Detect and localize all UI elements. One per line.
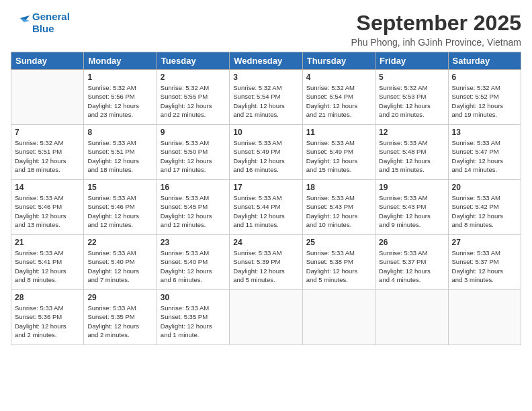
calendar-cell: 20Sunrise: 5:33 AM Sunset: 5:42 PM Dayli… bbox=[448, 180, 521, 235]
day-info: Sunrise: 5:33 AM Sunset: 5:37 PM Dayligh… bbox=[452, 248, 517, 284]
calendar-cell: 11Sunrise: 5:33 AM Sunset: 5:49 PM Dayli… bbox=[302, 125, 375, 180]
logo: General Blue bbox=[11, 11, 70, 35]
day-number: 30 bbox=[161, 293, 226, 302]
day-number: 22 bbox=[87, 238, 152, 247]
calendar-cell: 28Sunrise: 5:33 AM Sunset: 5:36 PM Dayli… bbox=[11, 290, 84, 345]
header-day-thursday: Thursday bbox=[302, 52, 375, 70]
day-info: Sunrise: 5:33 AM Sunset: 5:51 PM Dayligh… bbox=[87, 138, 152, 174]
calendar-cell: 26Sunrise: 5:33 AM Sunset: 5:37 PM Dayli… bbox=[375, 235, 448, 290]
header-day-monday: Monday bbox=[84, 52, 157, 70]
calendar-cell: 5Sunrise: 5:32 AM Sunset: 5:53 PM Daylig… bbox=[375, 70, 448, 125]
calendar-cell: 13Sunrise: 5:33 AM Sunset: 5:47 PM Dayli… bbox=[448, 125, 521, 180]
day-info: Sunrise: 5:33 AM Sunset: 5:49 PM Dayligh… bbox=[306, 138, 371, 174]
calendar-cell: 12Sunrise: 5:33 AM Sunset: 5:48 PM Dayli… bbox=[375, 125, 448, 180]
day-info: Sunrise: 5:33 AM Sunset: 5:40 PM Dayligh… bbox=[87, 248, 152, 284]
calendar-cell: 21Sunrise: 5:33 AM Sunset: 5:41 PM Dayli… bbox=[11, 235, 84, 290]
day-number: 21 bbox=[15, 238, 80, 247]
day-info: Sunrise: 5:33 AM Sunset: 5:45 PM Dayligh… bbox=[161, 193, 226, 229]
page-header: General Blue September 2025 Phu Phong, i… bbox=[11, 11, 521, 48]
day-number: 10 bbox=[233, 128, 298, 137]
day-number: 3 bbox=[233, 73, 298, 82]
day-number: 15 bbox=[87, 183, 152, 192]
calendar-cell: 30Sunrise: 5:33 AM Sunset: 5:35 PM Dayli… bbox=[157, 290, 229, 345]
logo-text: General Blue bbox=[32, 11, 70, 35]
header-day-saturday: Saturday bbox=[448, 52, 521, 70]
calendar-cell bbox=[448, 290, 521, 345]
day-number: 7 bbox=[15, 128, 80, 137]
week-row-2: 7Sunrise: 5:32 AM Sunset: 5:51 PM Daylig… bbox=[11, 125, 521, 180]
day-info: Sunrise: 5:33 AM Sunset: 5:35 PM Dayligh… bbox=[87, 304, 152, 339]
day-info: Sunrise: 5:33 AM Sunset: 5:40 PM Dayligh… bbox=[161, 248, 226, 284]
day-info: Sunrise: 5:33 AM Sunset: 5:43 PM Dayligh… bbox=[306, 193, 371, 229]
day-number: 2 bbox=[161, 73, 226, 82]
day-number: 12 bbox=[379, 128, 444, 137]
calendar-cell: 14Sunrise: 5:33 AM Sunset: 5:46 PM Dayli… bbox=[11, 180, 84, 235]
day-info: Sunrise: 5:33 AM Sunset: 5:46 PM Dayligh… bbox=[87, 193, 152, 229]
day-info: Sunrise: 5:33 AM Sunset: 5:47 PM Dayligh… bbox=[452, 138, 517, 174]
day-info: Sunrise: 5:33 AM Sunset: 5:50 PM Dayligh… bbox=[161, 138, 226, 174]
month-title: September 2025 bbox=[351, 11, 521, 36]
week-row-3: 14Sunrise: 5:33 AM Sunset: 5:46 PM Dayli… bbox=[11, 180, 521, 235]
day-info: Sunrise: 5:33 AM Sunset: 5:38 PM Dayligh… bbox=[306, 248, 371, 284]
day-number: 19 bbox=[379, 183, 444, 192]
day-info: Sunrise: 5:33 AM Sunset: 5:48 PM Dayligh… bbox=[379, 138, 444, 174]
week-row-1: 1Sunrise: 5:32 AM Sunset: 5:56 PM Daylig… bbox=[11, 70, 521, 125]
day-number: 29 bbox=[87, 293, 152, 302]
day-info: Sunrise: 5:33 AM Sunset: 5:35 PM Dayligh… bbox=[161, 304, 226, 339]
calendar-cell: 27Sunrise: 5:33 AM Sunset: 5:37 PM Dayli… bbox=[448, 235, 521, 290]
day-number: 9 bbox=[161, 128, 226, 137]
week-row-4: 21Sunrise: 5:33 AM Sunset: 5:41 PM Dayli… bbox=[11, 235, 521, 290]
calendar-cell: 8Sunrise: 5:33 AM Sunset: 5:51 PM Daylig… bbox=[84, 125, 157, 180]
day-number: 8 bbox=[87, 128, 152, 137]
header-day-sunday: Sunday bbox=[11, 52, 84, 70]
day-info: Sunrise: 5:33 AM Sunset: 5:37 PM Dayligh… bbox=[379, 248, 444, 284]
day-number: 14 bbox=[15, 183, 80, 192]
calendar-cell: 15Sunrise: 5:33 AM Sunset: 5:46 PM Dayli… bbox=[84, 180, 157, 235]
day-info: Sunrise: 5:32 AM Sunset: 5:55 PM Dayligh… bbox=[161, 83, 226, 119]
day-info: Sunrise: 5:32 AM Sunset: 5:56 PM Dayligh… bbox=[87, 83, 152, 119]
header-day-wednesday: Wednesday bbox=[230, 52, 302, 70]
week-row-5: 28Sunrise: 5:33 AM Sunset: 5:36 PM Dayli… bbox=[11, 290, 521, 345]
day-info: Sunrise: 5:33 AM Sunset: 5:41 PM Dayligh… bbox=[15, 248, 80, 284]
day-info: Sunrise: 5:33 AM Sunset: 5:43 PM Dayligh… bbox=[379, 193, 444, 229]
title-block: September 2025 Phu Phong, inh GJinh Prov… bbox=[351, 11, 521, 48]
calendar-cell: 22Sunrise: 5:33 AM Sunset: 5:40 PM Dayli… bbox=[84, 235, 157, 290]
day-info: Sunrise: 5:33 AM Sunset: 5:46 PM Dayligh… bbox=[15, 193, 80, 229]
day-number: 16 bbox=[161, 183, 226, 192]
day-info: Sunrise: 5:33 AM Sunset: 5:36 PM Dayligh… bbox=[15, 304, 80, 339]
day-number: 26 bbox=[379, 238, 444, 247]
day-info: Sunrise: 5:32 AM Sunset: 5:53 PM Dayligh… bbox=[379, 83, 444, 119]
header-day-tuesday: Tuesday bbox=[157, 52, 229, 70]
calendar-cell: 6Sunrise: 5:32 AM Sunset: 5:52 PM Daylig… bbox=[448, 70, 521, 125]
calendar-cell: 9Sunrise: 5:33 AM Sunset: 5:50 PM Daylig… bbox=[157, 125, 229, 180]
day-number: 20 bbox=[452, 183, 517, 192]
calendar-cell: 29Sunrise: 5:33 AM Sunset: 5:35 PM Dayli… bbox=[84, 290, 157, 345]
calendar-cell: 1Sunrise: 5:32 AM Sunset: 5:56 PM Daylig… bbox=[84, 70, 157, 125]
day-number: 1 bbox=[87, 73, 152, 82]
day-info: Sunrise: 5:32 AM Sunset: 5:52 PM Dayligh… bbox=[452, 83, 517, 119]
day-number: 27 bbox=[452, 238, 517, 247]
day-info: Sunrise: 5:32 AM Sunset: 5:51 PM Dayligh… bbox=[15, 138, 80, 174]
day-number: 11 bbox=[306, 128, 371, 137]
calendar-table: SundayMondayTuesdayWednesdayThursdayFrid… bbox=[11, 52, 521, 345]
day-info: Sunrise: 5:33 AM Sunset: 5:42 PM Dayligh… bbox=[452, 193, 517, 229]
day-info: Sunrise: 5:33 AM Sunset: 5:39 PM Dayligh… bbox=[233, 248, 298, 284]
header-day-friday: Friday bbox=[375, 52, 448, 70]
calendar-cell bbox=[302, 290, 375, 345]
calendar-cell: 7Sunrise: 5:32 AM Sunset: 5:51 PM Daylig… bbox=[11, 125, 84, 180]
calendar-cell: 25Sunrise: 5:33 AM Sunset: 5:38 PM Dayli… bbox=[302, 235, 375, 290]
day-number: 4 bbox=[306, 73, 371, 82]
day-number: 28 bbox=[15, 293, 80, 302]
calendar-cell: 10Sunrise: 5:33 AM Sunset: 5:49 PM Dayli… bbox=[230, 125, 302, 180]
day-number: 5 bbox=[379, 73, 444, 82]
day-number: 24 bbox=[233, 238, 298, 247]
day-number: 13 bbox=[452, 128, 517, 137]
calendar-cell bbox=[375, 290, 448, 345]
calendar-cell: 23Sunrise: 5:33 AM Sunset: 5:40 PM Dayli… bbox=[157, 235, 229, 290]
calendar-cell: 18Sunrise: 5:33 AM Sunset: 5:43 PM Dayli… bbox=[302, 180, 375, 235]
day-number: 23 bbox=[161, 238, 226, 247]
day-number: 25 bbox=[306, 238, 371, 247]
calendar-cell: 16Sunrise: 5:33 AM Sunset: 5:45 PM Dayli… bbox=[157, 180, 229, 235]
day-info: Sunrise: 5:32 AM Sunset: 5:54 PM Dayligh… bbox=[233, 83, 298, 119]
day-info: Sunrise: 5:33 AM Sunset: 5:49 PM Dayligh… bbox=[233, 138, 298, 174]
